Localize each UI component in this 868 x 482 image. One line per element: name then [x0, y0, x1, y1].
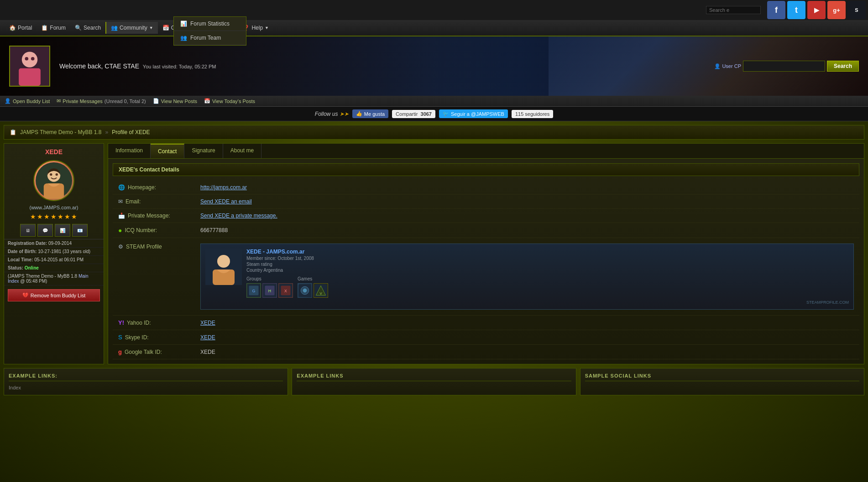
- banner-area: Welcome back, CTAE STAE You last visited…: [0, 36, 868, 96]
- pm-row: 📩 Private Message: Send XEDE a private m…: [113, 209, 859, 223]
- status-value: Online: [25, 265, 39, 270]
- view-today-posts-link[interactable]: 📅 View Today's Posts: [204, 98, 255, 104]
- facebook-like-button[interactable]: 👍 Me gusta: [352, 109, 388, 118]
- nav-search-label: Search: [84, 25, 101, 31]
- nav-forum[interactable]: 📋 Forum: [37, 22, 70, 34]
- steam-icon-contact: ⚙: [118, 244, 123, 250]
- email-row: ✉ Email: Send XEDE an email: [113, 195, 859, 209]
- contact-tab-label: Contact: [158, 148, 177, 155]
- yahoo-link[interactable]: XEDE: [200, 320, 215, 326]
- today-posts-label: View Today's Posts: [212, 98, 255, 104]
- steam-group-badges: G H: [246, 283, 293, 298]
- top-search-input[interactable]: [706, 6, 761, 14]
- svg-text:H: H: [268, 289, 271, 293]
- status-row: Status: Online: [4, 264, 104, 272]
- user-cp-link[interactable]: 👤 User CP: [714, 63, 741, 69]
- main-content: XEDE (www.JAMPS.com.ar) ★★★★★★★: [4, 143, 864, 364]
- pm-link[interactable]: Send XEDE a private message.: [200, 212, 277, 219]
- steam-info: XEDE - JAMPS.com.ar Member since: Octobe…: [246, 249, 849, 305]
- steam-games: Games: [298, 276, 328, 298]
- breadcrumb-separator: »: [105, 129, 109, 135]
- dropdown-forum-team[interactable]: 👥 Forum Team: [174, 31, 246, 45]
- footer-example-links-1: Example Links: Index: [4, 368, 288, 395]
- footer-title-3: Sample Social Links: [585, 373, 859, 381]
- facebook-icon[interactable]: f: [767, 1, 785, 19]
- last-visited-text: You last visited: Today, 05:22 PM: [143, 64, 216, 69]
- banner-search-button[interactable]: Search: [827, 61, 859, 72]
- community-icon: 👥: [111, 25, 118, 31]
- profile-stars: ★★★★★★★: [4, 212, 104, 222]
- pm-label: 📩 Private Message:: [113, 209, 195, 223]
- homepage-link[interactable]: http://jamps.com.ar: [200, 184, 247, 191]
- information-tab-label: Information: [115, 147, 143, 154]
- facebook-share-button[interactable]: Compartir 3067: [392, 110, 435, 118]
- twitter-follow-button[interactable]: 🐦 Seguir a @JAMPSWEB: [439, 109, 508, 118]
- nav-community[interactable]: 👥 Community ▼: [105, 22, 158, 34]
- google-talk-row: g Google Talk ID: XEDE: [113, 345, 859, 359]
- dropdown-forum-statistics[interactable]: 📊 Forum Statistics: [174, 17, 246, 31]
- tab-signature[interactable]: Signature: [184, 144, 223, 158]
- profile-avatar-container: [4, 158, 104, 203]
- welcome-text: Welcome back, CTAE STAE: [59, 62, 139, 70]
- googleplus-icon[interactable]: g+: [827, 1, 846, 19]
- steam-game-badge-1: [298, 283, 312, 298]
- open-buddy-list-link[interactable]: 👤 Open Buddy List: [5, 98, 50, 104]
- skype-row: S Skype ID: XEDE: [113, 330, 859, 345]
- nav-portal[interactable]: 🏠 Portal: [5, 22, 37, 34]
- email-link[interactable]: Send XEDE an email: [200, 198, 252, 205]
- fb-like-label: Me gusta: [364, 111, 385, 117]
- tab-contact[interactable]: Contact: [151, 144, 184, 158]
- today-posts-icon: 📅: [204, 98, 210, 104]
- remove-buddy-label: Remove from Buddy List: [31, 293, 85, 298]
- steam-country: Country Argentina: [246, 268, 849, 273]
- youtube-icon[interactable]: ▶: [807, 1, 826, 19]
- nav-search[interactable]: 🔍 Search: [70, 22, 105, 34]
- dob-row: Date of Birth: 10-27-1981 (33 years old): [4, 248, 104, 256]
- footer-index-link[interactable]: Index: [9, 385, 283, 390]
- steam-username: XEDE - JAMPS.com.ar: [246, 249, 849, 255]
- homepage-icon: 🌐: [118, 184, 125, 191]
- profile-email-button[interactable]: 📧: [72, 224, 88, 237]
- skype-link[interactable]: XEDE: [200, 334, 215, 341]
- nav-portal-label: Portal: [18, 25, 32, 31]
- steam-game-badge-2: V: [314, 283, 328, 298]
- twitter-icon[interactable]: t: [787, 1, 805, 19]
- nav-help-label: Help: [251, 25, 263, 31]
- footer-area: Example Links: Index Example Links Sampl…: [4, 368, 864, 395]
- google-talk-value: XEDE: [200, 349, 215, 355]
- top-social-bar: f t ▶ g+ S: [0, 0, 868, 20]
- google-talk-label: g Google Talk ID:: [113, 345, 195, 359]
- icq-icon: ●: [118, 227, 122, 234]
- tab-about-me[interactable]: About me: [223, 144, 261, 158]
- steam-icon[interactable]: S: [847, 1, 866, 19]
- banner-search-input[interactable]: [743, 61, 825, 72]
- pm-label: Private Messages: [63, 98, 102, 104]
- steam-groups: Groups G: [246, 276, 293, 298]
- breadcrumb-current: Profile of XEDE: [112, 129, 150, 135]
- icq-value: 666777888: [200, 227, 228, 233]
- remove-buddy-button[interactable]: 💔 Remove from Buddy List: [8, 289, 100, 301]
- banner-search-area: 👤 User CP Search: [714, 61, 859, 72]
- search-icon: 🔍: [75, 25, 82, 31]
- community-dropdown: 📊 Forum Statistics 👥 Forum Team: [173, 16, 246, 46]
- view-new-posts-link[interactable]: 📄 View New Posts: [153, 98, 197, 104]
- profile-message-button[interactable]: 💬: [37, 224, 53, 237]
- user-cp-icon: 👤: [714, 63, 721, 69]
- tw-count: 115 seguidores: [515, 111, 549, 117]
- breadcrumb-site[interactable]: JAMPS Theme Demo - MyBB 1.8: [20, 129, 102, 135]
- profile-site: (www.JAMPS.com.ar): [4, 203, 104, 212]
- fb-like-icon: 👍: [356, 111, 362, 117]
- profile-info-section: Registration Date: 09-09-2014 Date of Bi…: [4, 239, 104, 285]
- profile-stats-button[interactable]: 📊: [55, 224, 70, 237]
- profile-website-button[interactable]: 🖥: [20, 224, 36, 237]
- forum-statistics-label: Forum Statistics: [190, 21, 230, 27]
- follow-text: Follow us ➤➤: [315, 111, 349, 117]
- private-messages-link[interactable]: ✉ Private Messages (Unread 0, Total 2): [57, 98, 146, 104]
- tab-information[interactable]: Information: [108, 144, 151, 158]
- buddy-list-label: Open Buddy List: [13, 98, 50, 104]
- forum-icon: 📋: [41, 25, 48, 31]
- footer-title-1: Example Links:: [9, 373, 283, 381]
- footer-example-links-2: Example Links: [292, 368, 576, 395]
- fb-count: 3067: [421, 111, 432, 117]
- stats-icon: 📊: [180, 21, 187, 27]
